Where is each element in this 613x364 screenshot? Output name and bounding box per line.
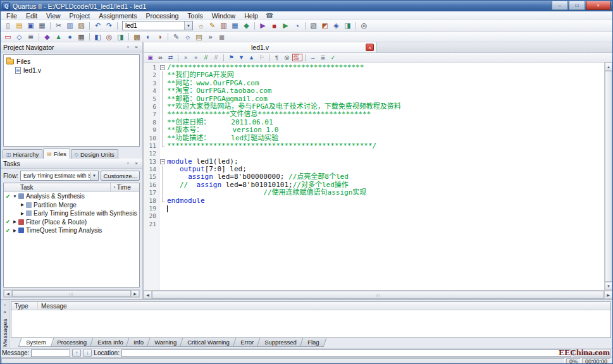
task-row[interactable]: ✔▼Analysis & Synthesis <box>4 192 139 201</box>
code-area[interactable]: 1−/*************************************… <box>144 63 604 290</box>
message-input[interactable] <box>31 349 70 357</box>
messages-window-icon[interactable]: ▤ <box>194 32 204 42</box>
timequest-icon[interactable]: ◔ <box>292 21 302 30</box>
zoom-icon[interactable]: ◎ <box>282 54 292 62</box>
messages-tab-suppressed[interactable]: Suppressed <box>257 338 304 347</box>
dock-pin-icon[interactable]: ▫ <box>125 44 132 51</box>
indent-icon[interactable]: » <box>181 54 190 62</box>
symbol-editor-icon[interactable]: ◇ <box>14 32 25 42</box>
close-panel-icon[interactable]: × <box>1 308 8 315</box>
messages-tab-critical-warning[interactable]: Critical Warning <box>180 338 237 347</box>
task-row[interactable]: ✔▶TimeQuest Timing Analysis <box>4 226 139 235</box>
expand-arrow-icon[interactable]: ▶ <box>20 202 25 207</box>
menu-view[interactable]: View <box>42 11 65 20</box>
scroll-left-icon[interactable]: ◀ <box>144 291 152 299</box>
tab-led1-v[interactable]: led1.v × <box>144 42 377 52</box>
task-column-header[interactable]: Task <box>4 183 110 191</box>
messages-tab-system[interactable]: System <box>18 338 54 347</box>
open-file-icon[interactable]: ▤ <box>14 21 25 30</box>
start-analysis-icon[interactable]: ▶ <box>280 21 291 30</box>
rtl-viewer-icon[interactable]: ◧ <box>92 32 103 42</box>
dock-pin-icon[interactable]: ▫ <box>1 301 8 308</box>
customize-button[interactable]: Customize... <box>101 171 140 181</box>
clear-bookmarks-icon[interactable]: ⚐ <box>257 54 266 62</box>
messages-vertical-label[interactable]: Messages <box>2 318 8 347</box>
paste-icon[interactable]: ▨ <box>76 21 87 30</box>
print-icon[interactable]: ▦ <box>37 21 47 30</box>
menu-window[interactable]: Window <box>207 11 240 20</box>
programmer-icon[interactable]: ▧ <box>308 21 319 30</box>
close-panel-icon[interactable]: × <box>133 160 140 167</box>
project-combo[interactable]: led1▼ <box>122 21 193 30</box>
editor-vscrollbar[interactable]: ▲ ▼ <box>604 63 612 290</box>
fold-margin[interactable]: − <box>159 64 167 71</box>
scroll-thumb[interactable] <box>605 71 612 282</box>
menu-project[interactable]: Project <box>65 11 95 20</box>
project-tree[interactable]: Filesled1.v <box>3 54 140 147</box>
menu-edit[interactable]: Edit <box>22 11 42 20</box>
settings2-icon[interactable]: ☼ <box>182 32 193 42</box>
editor-hscrollbar[interactable]: ◀ ||| ▶ <box>144 290 612 299</box>
scroll-left-icon[interactable]: ◀ <box>4 290 12 297</box>
expand-arrow-icon[interactable]: ▼ <box>12 194 18 198</box>
redo-icon[interactable]: ↷ <box>104 21 115 30</box>
save-icon[interactable]: ▣ <box>25 21 36 30</box>
flow-combo[interactable]: Early Timing Estimate with Synthesis ▼ <box>20 171 99 181</box>
fold-margin[interactable]: − <box>159 158 167 166</box>
assignment-editor-icon[interactable]: ✎ <box>207 21 218 30</box>
tasks-hscrollbar[interactable]: ◀ ||| ▶ <box>3 289 140 298</box>
fold-collapse-icon[interactable]: − <box>160 65 165 70</box>
settings-icon[interactable]: ☼ <box>195 21 206 30</box>
assignment-icon[interactable]: ✎ <box>171 32 182 42</box>
fold-collapse-icon[interactable]: − <box>160 159 165 164</box>
replace-icon[interactable]: ⇄ <box>166 54 175 62</box>
start-compilation-icon[interactable]: ▶ <box>257 21 268 30</box>
goto-line-icon[interactable]: → <box>308 54 318 62</box>
state-machine-viewer-icon[interactable]: ◎ <box>104 32 115 42</box>
insert-template-icon[interactable]: ¶ <box>272 54 282 62</box>
messages-tab-extra-info[interactable]: Extra Info <box>89 338 130 347</box>
uncomment-icon[interactable]: // <box>211 54 221 62</box>
messages-tab-warning[interactable]: Warning <box>147 338 185 347</box>
menu-help[interactable]: Help <box>240 11 263 20</box>
sopc-builder-icon[interactable]: ▲ <box>53 32 64 42</box>
scroll-right-icon[interactable]: ▶ <box>131 290 139 297</box>
tab-files[interactable]: ▤Files <box>43 149 70 159</box>
close-document-icon[interactable]: × <box>366 44 374 51</box>
next-bookmark-icon[interactable]: ▼ <box>237 54 246 62</box>
device-icon[interactable]: ▦ <box>76 32 87 42</box>
find-icon[interactable]: ∞ <box>156 54 165 62</box>
pin-planner-icon[interactable]: ▥ <box>218 21 229 30</box>
netlist-viewer-icon[interactable]: ◆ <box>241 21 252 30</box>
scroll-thumb[interactable]: ||| <box>12 290 131 297</box>
type-column-header[interactable]: Type <box>11 302 38 310</box>
scroll-track[interactable] <box>605 71 612 282</box>
mega-wizard-icon[interactable]: ◆ <box>42 32 53 42</box>
tree-item-files[interactable]: Files <box>5 57 138 66</box>
menu-processing[interactable]: Processing <box>141 11 183 20</box>
scroll-up-icon[interactable]: ▲ <box>605 63 612 71</box>
location-input[interactable] <box>121 349 571 357</box>
unindent-icon[interactable]: « <box>191 54 201 62</box>
help-icon[interactable]: ◎ <box>359 21 369 30</box>
tab-hierarchy[interactable]: ◫Hierarchy <box>3 149 42 159</box>
tree-item-led1-v[interactable]: led1.v <box>5 66 138 75</box>
messages-body[interactable] <box>11 310 610 337</box>
menu-file[interactable]: File <box>2 11 22 20</box>
new-file-icon[interactable]: ▯ <box>3 21 13 30</box>
stop-processing-icon[interactable]: ■ <box>269 21 280 30</box>
tcl-console-icon[interactable]: » <box>205 32 216 42</box>
close-button[interactable]: × <box>586 1 610 10</box>
resource-optimizer-icon[interactable]: ◑ <box>154 32 165 42</box>
maximize-button[interactable]: □ <box>569 1 585 10</box>
editor-save-icon[interactable]: ▣ <box>146 54 155 62</box>
cut-icon[interactable]: ✂ <box>53 21 64 30</box>
scroll-right-icon[interactable]: ▶ <box>604 291 612 299</box>
next-message-icon[interactable]: ↓ <box>83 349 92 357</box>
system-console-icon[interactable]: ◈ <box>331 21 342 30</box>
scroll-track[interactable]: ||| <box>152 291 604 299</box>
partition-window-icon[interactable]: ▩ <box>132 32 142 42</box>
talkback-icon[interactable]: ☎ <box>266 12 273 19</box>
report-icon[interactable]: ◨ <box>342 21 353 30</box>
tech-map-viewer-icon[interactable]: ◨ <box>115 32 126 42</box>
